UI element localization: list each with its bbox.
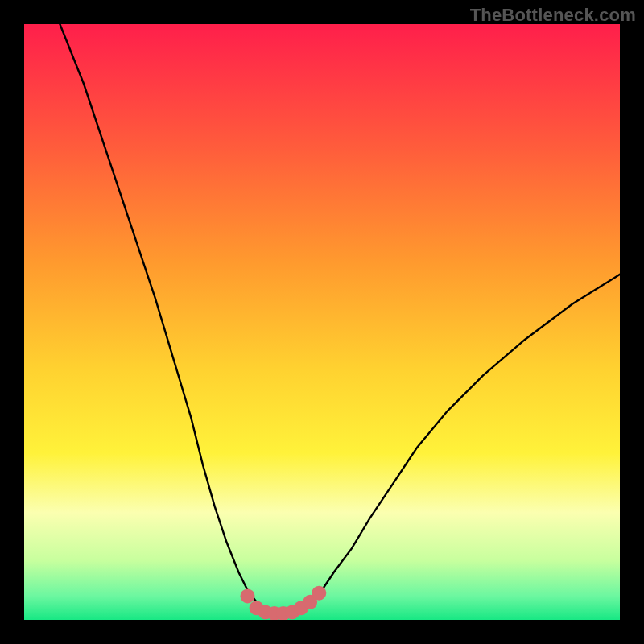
marker-dot xyxy=(241,588,255,603)
chart-frame: TheBottleneck.com xyxy=(0,0,644,644)
marker-dot xyxy=(312,586,326,601)
watermark-text: TheBottleneck.com xyxy=(470,5,636,26)
bottleneck-plot xyxy=(24,24,620,620)
gradient-background xyxy=(24,24,620,620)
